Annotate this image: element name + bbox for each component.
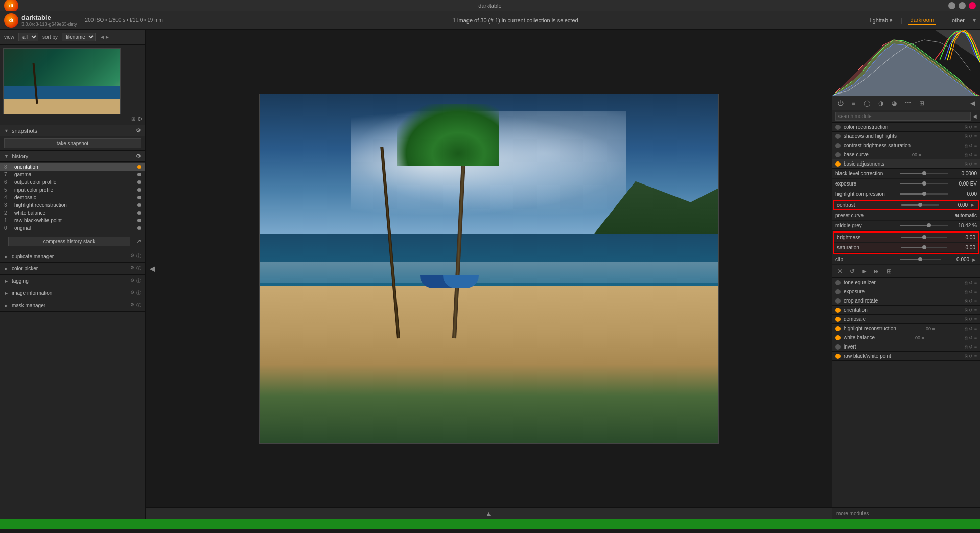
- module-presets-icon5[interactable]: ≡: [974, 161, 977, 167]
- sort-order-icon[interactable]: ◄►: [100, 34, 110, 40]
- close-button[interactable]: [969, 2, 976, 9]
- demo-presets-icon[interactable]: ≡: [974, 317, 977, 322]
- adj-black-slider[interactable]: [900, 173, 948, 174]
- history-item-3[interactable]: 3 highlight reconstruction: [0, 201, 145, 209]
- dup-settings-icon[interactable]: ⚙: [130, 253, 134, 260]
- wb-presets-icon[interactable]: ≡: [974, 335, 977, 340]
- rbw-reset-icon[interactable]: ↺: [969, 354, 973, 359]
- imginfo-info-icon[interactable]: ⓘ: [136, 290, 141, 296]
- play-end-icon[interactable]: ⏭: [872, 267, 881, 276]
- maximize-button[interactable]: [959, 2, 966, 9]
- dup-info-icon[interactable]: ⓘ: [136, 253, 141, 260]
- module-white-balance[interactable]: white balance 00 = ⎘ ↺ ≡: [832, 333, 980, 342]
- cp-settings-icon[interactable]: ⚙: [130, 265, 134, 272]
- module-exposure[interactable]: exposure ⎘ ↺ ≡: [832, 287, 980, 296]
- scroll-indicator-icon[interactable]: ▲: [485, 509, 493, 518]
- tone-copy-icon[interactable]: ⎘: [965, 280, 967, 285]
- module-tone-equalizer[interactable]: tone equalizer ⎘ ↺ ≡: [832, 278, 980, 287]
- mask-info-icon[interactable]: ⓘ: [136, 302, 141, 309]
- close-module-icon[interactable]: ✕: [835, 267, 845, 276]
- module-highlight-recon[interactable]: highlight reconstruction 00 = ⎘ ↺ ≡: [832, 324, 980, 333]
- history-item-2[interactable]: 2 white balance: [0, 209, 145, 217]
- more-modules-button[interactable]: more modules: [832, 507, 980, 519]
- tagging-header[interactable]: ► tagging ⚙ ⓘ: [0, 275, 145, 287]
- history-item-5[interactable]: 5 input color profile: [0, 186, 145, 194]
- adj-contrast-slider[interactable]: [901, 204, 939, 206]
- search-expand-icon[interactable]: ◀: [973, 113, 977, 119]
- exp-presets-icon[interactable]: ≡: [974, 289, 977, 294]
- adj-mg-slider[interactable]: [900, 225, 948, 226]
- imginfo-settings-icon[interactable]: ⚙: [130, 290, 134, 296]
- clip-expand-icon[interactable]: ►: [971, 257, 977, 263]
- compress-export-icon[interactable]: ↗: [136, 238, 141, 245]
- module-copy-icon[interactable]: ⎘: [965, 125, 967, 130]
- module-reset-icon2[interactable]: ↺: [969, 134, 973, 139]
- adj-hlcomp-slider[interactable]: [900, 193, 948, 195]
- view-select[interactable]: all: [18, 33, 38, 41]
- snapshots-header[interactable]: ▼ snapshots ⚙: [0, 125, 145, 136]
- orient-copy-icon[interactable]: ⎘: [965, 308, 967, 313]
- history-header[interactable]: ▼ history ⚙: [0, 151, 145, 162]
- minimize-button[interactable]: [948, 2, 955, 9]
- module-base-curve[interactable]: base curve 00 = ⎘ ↺ ≡: [832, 150, 980, 159]
- play-icon[interactable]: ►: [860, 267, 869, 276]
- adj-bright-slider[interactable]: [901, 237, 947, 238]
- duplicate-manager-header[interactable]: ► duplicate manager ⚙ ⓘ: [0, 250, 145, 262]
- mask-settings-icon[interactable]: ⚙: [130, 302, 134, 309]
- mask-manager-header[interactable]: ► mask manager ⚙ ⓘ: [0, 299, 145, 311]
- crop-copy-icon[interactable]: ⎘: [965, 298, 967, 304]
- inv-presets-icon[interactable]: ≡: [974, 344, 977, 350]
- compress-history-button[interactable]: compress history stack: [8, 237, 130, 246]
- reset-module-icon[interactable]: ↺: [848, 267, 857, 276]
- module-presets-icon3[interactable]: ≡: [974, 143, 977, 148]
- adj-clip-slider[interactable]: [900, 259, 941, 260]
- exp-reset-icon[interactable]: ↺: [969, 289, 973, 294]
- module-presets-icon[interactable]: ≡: [974, 125, 977, 130]
- grid-icon[interactable]: ⊞: [917, 99, 926, 108]
- history-settings-icon[interactable]: ⚙: [136, 153, 141, 159]
- module-basic-adjustments[interactable]: basic adjustments ⎘ ↺ ≡: [832, 159, 980, 169]
- module-shadows-highlights[interactable]: shadows and highlights ⎘ ↺ ≡: [832, 132, 980, 141]
- take-snapshot-button[interactable]: take snapshot: [4, 138, 141, 148]
- history-item-1[interactable]: 1 raw black/white point: [0, 217, 145, 224]
- history-item-6[interactable]: 6 output color profile: [0, 178, 145, 186]
- module-copy-icon4[interactable]: ⎘: [965, 152, 967, 157]
- tone-presets-icon[interactable]: ≡: [974, 280, 977, 285]
- color-picker-header[interactable]: ► color picker ⚙ ⓘ: [0, 263, 145, 274]
- module-reset-icon4[interactable]: ↺: [969, 152, 973, 157]
- half-circle-icon[interactable]: ◑: [876, 99, 885, 108]
- adj-exp-slider[interactable]: [900, 183, 948, 184]
- module-reset-icon[interactable]: ↺: [969, 125, 973, 130]
- module-raw-black-white[interactable]: raw black/white point ⎘ ↺ ≡: [832, 352, 980, 361]
- crop-presets-icon[interactable]: ≡: [974, 298, 977, 304]
- collapse-icon[interactable]: ◀: [968, 99, 977, 108]
- image-info-header[interactable]: ► image information ⚙ ⓘ: [0, 287, 145, 299]
- module-color-reconstruction[interactable]: color reconstruction ⎘ ↺ ≡: [832, 123, 980, 132]
- tag-settings-icon[interactable]: ⚙: [130, 277, 134, 284]
- module-copy-icon5[interactable]: ⎘: [965, 161, 967, 167]
- module-search-input[interactable]: [835, 112, 971, 121]
- orient-reset-icon[interactable]: ↺: [969, 308, 973, 313]
- module-invert[interactable]: invert ⎘ ↺ ≡: [832, 342, 980, 352]
- sort-select[interactable]: filename: [62, 33, 96, 41]
- history-item-0[interactable]: 0 original: [0, 224, 145, 232]
- snapshots-settings-icon[interactable]: ⚙: [136, 127, 141, 134]
- demo-reset-icon[interactable]: ↺: [969, 317, 973, 322]
- thumb-settings-icon[interactable]: ⚙: [137, 116, 142, 122]
- contrast-expand-icon[interactable]: ►: [970, 202, 975, 208]
- history-item-8[interactable]: 8 orientation: [0, 163, 145, 171]
- inv-reset-icon[interactable]: ↺: [969, 344, 973, 350]
- history-item-4[interactable]: 4 demosaic: [0, 194, 145, 201]
- presets-icon[interactable]: ≡: [850, 99, 857, 108]
- nav-dropdown-icon[interactable]: ▾: [973, 17, 976, 24]
- prev-image-button[interactable]: ◄: [146, 259, 159, 278]
- exp-copy-icon[interactable]: ⎘: [965, 289, 967, 294]
- hl-copy-icon[interactable]: ⎘: [965, 326, 967, 331]
- tone-reset-icon[interactable]: ↺: [969, 280, 973, 285]
- wb-reset-icon[interactable]: ↺: [969, 335, 973, 340]
- nav-other[interactable]: other: [950, 16, 967, 25]
- hl-presets-icon[interactable]: ≡: [974, 326, 977, 331]
- inv-copy-icon[interactable]: ⎘: [965, 344, 967, 350]
- module-orientation[interactable]: orientation ⎘ ↺ ≡: [832, 306, 980, 315]
- crop-reset-icon[interactable]: ↺: [969, 298, 973, 304]
